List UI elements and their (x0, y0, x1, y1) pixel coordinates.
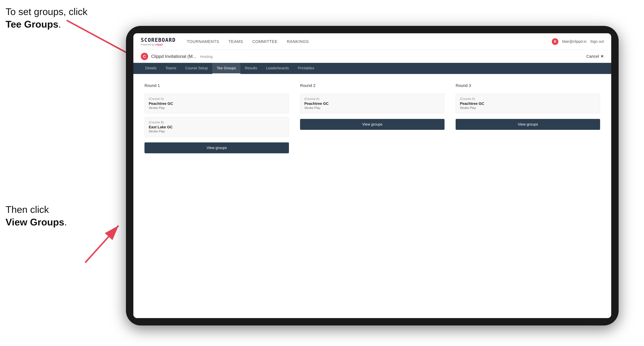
instruction-top-bold: Tee Groups (6, 19, 58, 30)
nav-rankings[interactable]: RANKINGS (287, 39, 309, 44)
top-nav: SCOREBOARD Powered by clippit TOURNAMENT… (133, 33, 611, 50)
user-email: blair@clippd.io (562, 39, 586, 44)
logo-text: SCOREBOARD (141, 37, 176, 43)
instruction-top-suffix: . (58, 19, 61, 30)
round-1-course-b-format: Stroke Play (149, 130, 285, 133)
round-1-title: Round 1 (144, 83, 289, 88)
tab-leaderboards[interactable]: Leaderboards (262, 63, 293, 74)
round-3-view-groups-button[interactable]: View groups (456, 119, 600, 130)
round-1-course-a-card: (Course A) Peachtree GC Stroke Play (144, 94, 289, 113)
nav-right: B blair@clippd.io Sign out (552, 38, 604, 45)
round-3-column: Round 3 (Course A) Peachtree GC Stroke P… (456, 83, 600, 153)
instruction-bottom-suffix: . (64, 217, 67, 227)
main-content: Round 1 (Course A) Peachtree GC Stroke P… (133, 74, 611, 318)
round-2-course-a-card: (Course A) Peachtree GC Stroke Play (300, 94, 444, 113)
tournament-name: Clippd Invitational (M... Hosting (151, 54, 586, 59)
round-2-course-a-name: Peachtree GC (304, 102, 440, 106)
round-3-course-a-name: Peachtree GC (460, 102, 596, 106)
round-1-view-groups-button[interactable]: View groups (144, 142, 289, 153)
round-2-view-groups-button[interactable]: View groups (300, 119, 444, 130)
tournament-logo-icon: C (141, 53, 148, 60)
nav-committee[interactable]: COMMITTEE (252, 39, 278, 44)
cancel-button[interactable]: Cancel (586, 54, 599, 59)
tablet-device: SCOREBOARD Powered by clippit TOURNAMENT… (126, 26, 619, 326)
svg-line-3 (85, 226, 118, 263)
hosting-label: Hosting (200, 55, 213, 59)
tab-printables[interactable]: Printables (294, 63, 319, 74)
close-icon[interactable]: ✕ (600, 54, 604, 59)
instruction-bottom-bold: View Groups (6, 217, 64, 227)
round-1-course-b-card: (Course B) East Lake GC Stroke Play (144, 117, 289, 137)
instruction-bottom: Then click View Groups. (6, 203, 67, 228)
round-3-title: Round 3 (456, 83, 600, 88)
tab-course-setup[interactable]: Course Setup (181, 63, 212, 74)
round-1-course-b-label: (Course B) (149, 121, 285, 124)
tab-details[interactable]: Details (141, 63, 161, 74)
round-1-course-b-name: East Lake GC (149, 125, 285, 129)
round-3-course-a-card: (Course A) Peachtree GC Stroke Play (456, 94, 600, 113)
tab-nav: Details Teams Course Setup Tee Groups Re… (133, 63, 611, 74)
instruction-bottom-line1: Then click (6, 204, 49, 215)
nav-teams[interactable]: TEAMS (228, 39, 243, 44)
tab-teams[interactable]: Teams (161, 63, 181, 74)
round-2-column: Round 2 (Course A) Peachtree GC Stroke P… (300, 83, 444, 153)
sign-out-link[interactable]: Sign out (590, 39, 604, 44)
round-1-course-a-name: Peachtree GC (149, 102, 285, 106)
round-2-title: Round 2 (300, 83, 444, 88)
instruction-top: To set groups, click Tee Groups. (6, 5, 88, 30)
tab-tee-groups[interactable]: Tee Groups (212, 63, 240, 74)
nav-links: TOURNAMENTS TEAMS COMMITTEE RANKINGS (187, 39, 552, 44)
sub-header: C Clippd Invitational (M... Hosting Canc… (133, 50, 611, 63)
round-1-course-a-format: Stroke Play (149, 106, 285, 110)
nav-tournaments[interactable]: TOURNAMENTS (187, 39, 219, 44)
round-3-course-a-label: (Course A) (460, 97, 596, 101)
tab-results[interactable]: Results (240, 63, 262, 74)
instruction-top-line1: To set groups, click (6, 6, 88, 17)
round-1-column: Round 1 (Course A) Peachtree GC Stroke P… (144, 83, 289, 153)
logo-sub: Powered by clippit (141, 43, 176, 46)
round-2-course-a-format: Stroke Play (304, 106, 440, 110)
round-2-course-a-label: (Course A) (304, 97, 440, 101)
tablet-screen: SCOREBOARD Powered by clippit TOURNAMENT… (133, 33, 611, 318)
rounds-grid: Round 1 (Course A) Peachtree GC Stroke P… (144, 83, 600, 153)
round-3-course-a-format: Stroke Play (460, 106, 596, 110)
logo-area: SCOREBOARD Powered by clippit (141, 37, 176, 46)
user-avatar: B (552, 38, 558, 45)
round-1-course-a-label: (Course A) (149, 97, 285, 101)
